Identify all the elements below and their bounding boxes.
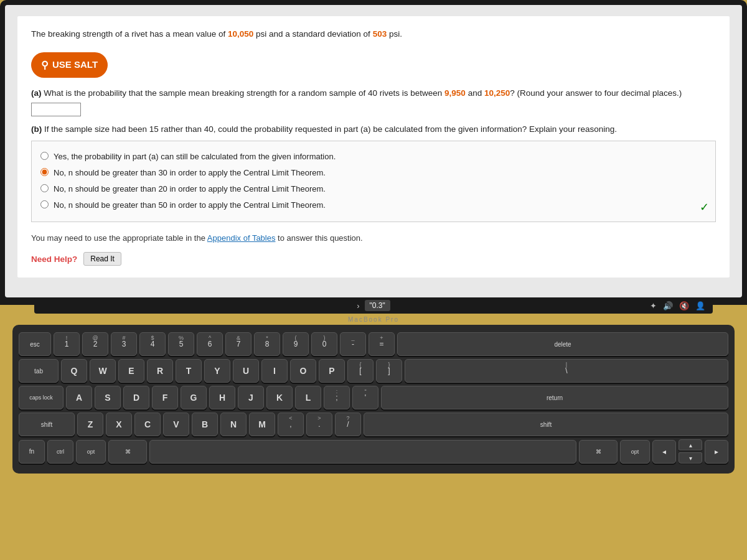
mean-value: 10,050 [228,29,253,39]
key-q[interactable]: Q [61,359,87,383]
key-arrow-up[interactable]: ▴ [679,439,702,450]
appendix-link[interactable]: Appendix of Tables [207,233,276,243]
key-i[interactable]: I [261,359,288,383]
key-option-right[interactable]: opt [620,440,650,464]
key-l[interactable]: L [295,386,321,409]
use-salt-label: USE SALT [52,57,98,72]
key-v[interactable]: V [163,413,189,436]
key-w[interactable]: W [90,359,116,383]
key-m[interactable]: M [249,413,275,436]
key-lbracket[interactable]: {[ [347,359,374,383]
key-cmd-left[interactable]: ⌘ [108,440,147,464]
key-j[interactable]: J [238,386,264,409]
option-1-text: Yes, the probability in part (a) can sti… [54,151,336,164]
key-delete[interactable]: delete [397,332,728,356]
key-p[interactable]: P [319,359,345,383]
part-a-label: (a) [31,88,42,98]
key-k[interactable]: K [266,386,293,409]
key-u[interactable]: U [233,359,259,383]
radio-option-3[interactable]: No, n should be greater than 20 in order… [40,183,707,196]
key-a[interactable]: A [66,386,92,409]
key-r[interactable]: R [147,359,173,383]
key-y[interactable]: Y [204,359,230,383]
option-2-text: No, n should be greater than 30 in order… [54,167,326,180]
key-period[interactable]: >. [306,413,332,436]
val-10250: 10,250 [484,88,510,98]
key-shift-left[interactable]: shift [19,413,75,436]
key-cmd-right[interactable]: ⌘ [579,440,618,464]
zxcv-row: shift Z X C V B N M <, >. ?/ shift [19,413,728,436]
radio-2[interactable] [40,168,49,176]
key-arrow-down[interactable]: ▾ [679,452,702,464]
bottom-row: fn ctrl opt ⌘ ⌘ opt ◂ ▴ ▾ ▸ [19,439,728,464]
part-a: (a) What is the probability that the sam… [31,86,716,116]
appendix-note: You may need to use the appropriate tabl… [31,232,716,245]
radio-1[interactable] [40,152,49,160]
key-z[interactable]: Z [77,413,103,436]
radio-option-4[interactable]: No, n should be greater than 50 in order… [40,199,707,212]
option-4-text: No, n should be greater than 50 in order… [54,199,326,212]
key-2[interactable]: @2 [82,332,108,356]
key-c[interactable]: C [134,413,161,436]
key-ctrl[interactable]: ctrl [47,440,73,464]
key-return[interactable]: return [381,386,728,409]
key-9[interactable]: (9 [283,332,309,356]
options-box: Yes, the probability in part (a) can sti… [31,141,716,222]
arrow-up-down: ▴ ▾ [679,439,702,464]
brightness-icon[interactable]: ✦ [650,301,657,310]
radio-option-1[interactable]: Yes, the probability in part (a) can sti… [40,151,707,164]
key-0[interactable]: )0 [311,332,337,356]
key-5[interactable]: %5 [168,332,194,356]
answer-input[interactable] [31,103,81,116]
read-it-button[interactable]: Read It [83,252,121,266]
key-6[interactable]: ^6 [197,332,223,356]
key-capslock[interactable]: caps lock [19,386,63,409]
key-semicolon[interactable]: :; [324,386,350,409]
key-1[interactable]: !1 [54,332,80,356]
key-x[interactable]: X [106,413,132,436]
key-7[interactable]: &7 [225,332,251,356]
key-s[interactable]: S [95,386,121,409]
key-g[interactable]: G [181,386,207,409]
key-e[interactable]: E [118,359,144,383]
key-tab[interactable]: tab [19,359,59,383]
volume-icon[interactable]: 🔊 [663,301,673,310]
key-4[interactable]: $4 [139,332,166,356]
key-minus[interactable]: _- [340,332,366,356]
key-arrow-right[interactable]: ▸ [705,440,728,464]
key-option-left[interactable]: opt [76,440,106,464]
touch-bar-chevron[interactable]: › [357,301,359,310]
val-9950: 9,950 [444,88,466,98]
problem-text: The breaking strength of a rivet has a m… [31,27,716,41]
key-space[interactable] [149,440,576,464]
radio-4[interactable] [40,200,49,208]
key-esc[interactable]: esc [19,332,51,356]
key-rbracket[interactable]: }] [376,359,402,383]
keyboard: esc !1 @2 #3 $4 %5 ^6 &7 *8 (9 )0 _- += … [12,325,735,474]
key-comma[interactable]: <, [278,413,304,436]
key-n[interactable]: N [220,413,247,436]
checkmark-icon: ✓ [700,198,709,217]
key-f[interactable]: F [152,386,178,409]
key-quote[interactable]: "' [352,386,378,409]
touch-bar-icons: ✦ 🔊 🔇 👤 [650,301,705,310]
key-b[interactable]: B [192,413,218,436]
key-arrow-left[interactable]: ◂ [652,440,676,464]
key-shift-right[interactable]: shift [364,413,728,436]
option-3-text: No, n should be greater than 20 in order… [54,183,326,196]
radio-option-2[interactable]: No, n should be greater than 30 in order… [40,167,707,180]
mute-icon[interactable]: 🔇 [679,301,689,310]
key-equals[interactable]: += [369,332,395,356]
user-icon[interactable]: 👤 [695,301,705,310]
key-3[interactable]: #3 [111,332,137,356]
key-8[interactable]: *8 [254,332,280,356]
key-fn[interactable]: fn [19,440,45,464]
use-salt-button[interactable]: ⚲ USE SALT [31,52,108,78]
key-d[interactable]: D [123,386,149,409]
key-t[interactable]: T [176,359,202,383]
key-o[interactable]: O [290,359,316,383]
radio-3[interactable] [40,184,49,192]
key-slash[interactable]: ?/ [335,413,361,436]
key-backslash[interactable]: |\ [405,359,728,383]
key-h[interactable]: H [209,386,235,409]
